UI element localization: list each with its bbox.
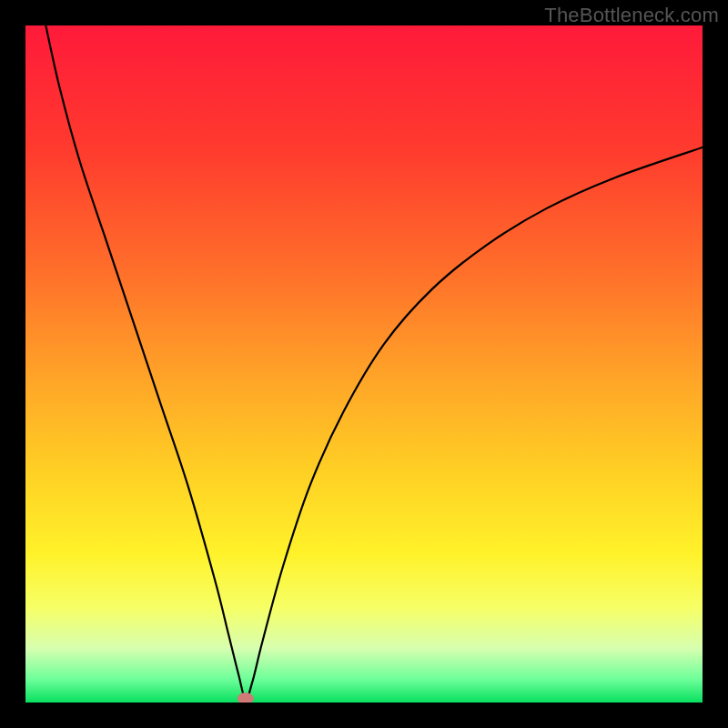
watermark-text: TheBottleneck.com	[544, 4, 719, 27]
plot-frame	[25, 25, 703, 703]
gradient-background	[25, 25, 703, 703]
chart-svg	[25, 25, 703, 703]
